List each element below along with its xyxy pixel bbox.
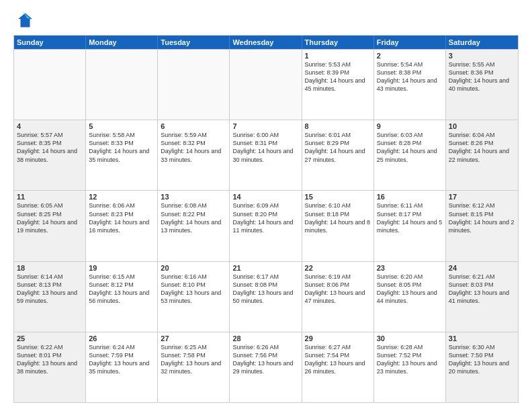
day-info: Sunrise: 6:09 AM Sunset: 8:20 PM Dayligh… xyxy=(232,201,298,234)
day-info: Sunrise: 5:58 AM Sunset: 8:33 PM Dayligh… xyxy=(89,131,154,164)
day-info: Sunrise: 6:17 AM Sunset: 8:08 PM Dayligh… xyxy=(232,273,298,306)
header-day-wednesday: Wednesday xyxy=(230,36,302,49)
day-number: 23 xyxy=(377,264,443,272)
day-number: 19 xyxy=(89,264,154,272)
day-info: Sunrise: 6:06 AM Sunset: 8:23 PM Dayligh… xyxy=(89,201,154,234)
day-number: 17 xyxy=(449,193,515,201)
empty-cell xyxy=(158,50,230,120)
day-cell-10: 10Sunrise: 6:04 AM Sunset: 8:26 PM Dayli… xyxy=(446,120,518,190)
day-cell-6: 6Sunrise: 5:59 AM Sunset: 8:32 PM Daylig… xyxy=(158,120,230,190)
header-day-sunday: Sunday xyxy=(14,36,86,49)
day-info: Sunrise: 6:26 AM Sunset: 7:56 PM Dayligh… xyxy=(232,343,298,376)
day-number: 10 xyxy=(449,122,515,130)
day-info: Sunrise: 5:54 AM Sunset: 8:38 PM Dayligh… xyxy=(377,60,443,93)
day-cell-30: 30Sunrise: 6:28 AM Sunset: 7:52 PM Dayli… xyxy=(374,332,446,402)
day-info: Sunrise: 6:14 AM Sunset: 8:13 PM Dayligh… xyxy=(17,273,83,306)
calendar: SundayMondayTuesdayWednesdayThursdayFrid… xyxy=(13,35,519,403)
day-number: 21 xyxy=(232,264,298,272)
day-cell-2: 2Sunrise: 5:54 AM Sunset: 8:38 PM Daylig… xyxy=(374,50,446,120)
day-cell-15: 15Sunrise: 6:10 AM Sunset: 8:18 PM Dayli… xyxy=(302,191,374,261)
day-cell-27: 27Sunrise: 6:25 AM Sunset: 7:58 PM Dayli… xyxy=(158,332,230,402)
day-cell-29: 29Sunrise: 6:27 AM Sunset: 7:54 PM Dayli… xyxy=(302,332,374,402)
calendar-row-3: 11Sunrise: 6:05 AM Sunset: 8:25 PM Dayli… xyxy=(14,190,518,261)
day-info: Sunrise: 6:08 AM Sunset: 8:22 PM Dayligh… xyxy=(161,201,226,234)
day-number: 29 xyxy=(305,334,371,342)
day-info: Sunrise: 6:10 AM Sunset: 8:18 PM Dayligh… xyxy=(305,201,371,234)
day-number: 22 xyxy=(305,264,371,272)
day-info: Sunrise: 6:11 AM Sunset: 8:17 PM Dayligh… xyxy=(377,201,443,234)
day-number: 27 xyxy=(161,334,226,342)
day-number: 6 xyxy=(161,122,226,130)
header-day-friday: Friday xyxy=(374,36,446,49)
calendar-row-2: 4Sunrise: 5:57 AM Sunset: 8:35 PM Daylig… xyxy=(14,120,518,190)
calendar-header: SundayMondayTuesdayWednesdayThursdayFrid… xyxy=(14,36,518,49)
day-number: 15 xyxy=(305,193,371,201)
day-info: Sunrise: 6:04 AM Sunset: 8:26 PM Dayligh… xyxy=(449,131,515,164)
day-cell-31: 31Sunrise: 6:30 AM Sunset: 7:50 PM Dayli… xyxy=(446,332,518,402)
day-number: 2 xyxy=(377,52,443,60)
day-number: 18 xyxy=(17,264,83,272)
day-info: Sunrise: 6:21 AM Sunset: 8:03 PM Dayligh… xyxy=(449,273,515,306)
day-number: 24 xyxy=(449,264,515,272)
day-number: 1 xyxy=(305,52,371,60)
day-cell-25: 25Sunrise: 6:22 AM Sunset: 8:01 PM Dayli… xyxy=(14,332,86,402)
day-cell-1: 1Sunrise: 5:53 AM Sunset: 8:39 PM Daylig… xyxy=(302,50,374,120)
day-cell-17: 17Sunrise: 6:12 AM Sunset: 8:15 PM Dayli… xyxy=(446,191,518,261)
day-info: Sunrise: 6:28 AM Sunset: 7:52 PM Dayligh… xyxy=(377,343,443,376)
day-cell-12: 12Sunrise: 6:06 AM Sunset: 8:23 PM Dayli… xyxy=(86,191,158,261)
day-info: Sunrise: 6:27 AM Sunset: 7:54 PM Dayligh… xyxy=(305,343,371,376)
day-info: Sunrise: 6:05 AM Sunset: 8:25 PM Dayligh… xyxy=(17,201,83,234)
day-number: 14 xyxy=(232,193,298,201)
day-cell-11: 11Sunrise: 6:05 AM Sunset: 8:25 PM Dayli… xyxy=(14,191,86,261)
day-info: Sunrise: 6:15 AM Sunset: 8:12 PM Dayligh… xyxy=(89,273,154,306)
day-number: 16 xyxy=(377,193,443,201)
day-number: 4 xyxy=(17,122,83,130)
day-info: Sunrise: 5:55 AM Sunset: 8:36 PM Dayligh… xyxy=(449,60,515,93)
day-number: 30 xyxy=(377,334,443,342)
day-number: 28 xyxy=(232,334,298,342)
header-day-tuesday: Tuesday xyxy=(158,36,230,49)
day-number: 25 xyxy=(17,334,83,342)
day-cell-4: 4Sunrise: 5:57 AM Sunset: 8:35 PM Daylig… xyxy=(14,120,86,190)
day-number: 9 xyxy=(377,122,443,130)
day-cell-18: 18Sunrise: 6:14 AM Sunset: 8:13 PM Dayli… xyxy=(14,262,86,332)
day-cell-3: 3Sunrise: 5:55 AM Sunset: 8:36 PM Daylig… xyxy=(446,50,518,120)
day-cell-5: 5Sunrise: 5:58 AM Sunset: 8:33 PM Daylig… xyxy=(86,120,158,190)
logo-icon xyxy=(13,11,32,30)
day-number: 31 xyxy=(449,334,515,342)
empty-cell xyxy=(230,50,302,120)
day-number: 8 xyxy=(305,122,371,130)
day-info: Sunrise: 6:30 AM Sunset: 7:50 PM Dayligh… xyxy=(449,343,515,376)
day-number: 20 xyxy=(161,264,226,272)
day-cell-7: 7Sunrise: 6:00 AM Sunset: 8:31 PM Daylig… xyxy=(230,120,302,190)
header-day-thursday: Thursday xyxy=(302,36,374,49)
day-cell-26: 26Sunrise: 6:24 AM Sunset: 7:59 PM Dayli… xyxy=(86,332,158,402)
day-info: Sunrise: 5:53 AM Sunset: 8:39 PM Dayligh… xyxy=(305,60,371,93)
day-info: Sunrise: 6:20 AM Sunset: 8:05 PM Dayligh… xyxy=(377,273,443,306)
day-number: 12 xyxy=(89,193,154,201)
day-info: Sunrise: 5:59 AM Sunset: 8:32 PM Dayligh… xyxy=(161,131,226,164)
day-cell-9: 9Sunrise: 6:03 AM Sunset: 8:28 PM Daylig… xyxy=(374,120,446,190)
header-day-monday: Monday xyxy=(86,36,158,49)
empty-cell xyxy=(14,50,86,120)
day-number: 5 xyxy=(89,122,154,130)
svg-marker-0 xyxy=(18,13,32,28)
day-cell-21: 21Sunrise: 6:17 AM Sunset: 8:08 PM Dayli… xyxy=(230,262,302,332)
day-cell-28: 28Sunrise: 6:26 AM Sunset: 7:56 PM Dayli… xyxy=(230,332,302,402)
day-info: Sunrise: 6:22 AM Sunset: 8:01 PM Dayligh… xyxy=(17,343,83,376)
calendar-row-4: 18Sunrise: 6:14 AM Sunset: 8:13 PM Dayli… xyxy=(14,261,518,332)
day-cell-19: 19Sunrise: 6:15 AM Sunset: 8:12 PM Dayli… xyxy=(86,262,158,332)
day-number: 11 xyxy=(17,193,83,201)
day-info: Sunrise: 5:57 AM Sunset: 8:35 PM Dayligh… xyxy=(17,131,83,164)
day-info: Sunrise: 6:12 AM Sunset: 8:15 PM Dayligh… xyxy=(449,201,515,234)
day-cell-14: 14Sunrise: 6:09 AM Sunset: 8:20 PM Dayli… xyxy=(230,191,302,261)
logo xyxy=(13,11,35,30)
day-info: Sunrise: 6:01 AM Sunset: 8:29 PM Dayligh… xyxy=(305,131,371,164)
day-number: 13 xyxy=(161,193,226,201)
day-cell-13: 13Sunrise: 6:08 AM Sunset: 8:22 PM Dayli… xyxy=(158,191,230,261)
day-number: 26 xyxy=(89,334,154,342)
page-header xyxy=(13,11,519,30)
day-info: Sunrise: 6:00 AM Sunset: 8:31 PM Dayligh… xyxy=(232,131,298,164)
day-cell-8: 8Sunrise: 6:01 AM Sunset: 8:29 PM Daylig… xyxy=(302,120,374,190)
header-day-saturday: Saturday xyxy=(446,36,518,49)
